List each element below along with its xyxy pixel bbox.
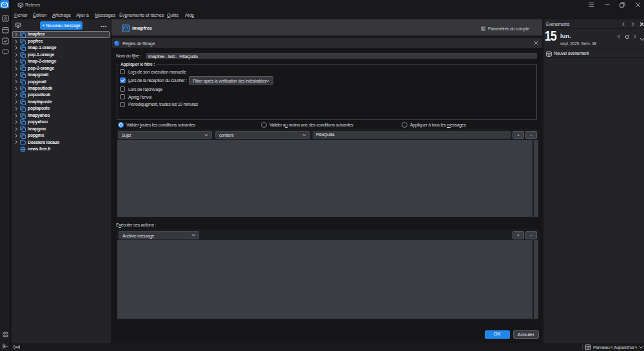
svg-text:15: 15 xyxy=(586,346,590,350)
